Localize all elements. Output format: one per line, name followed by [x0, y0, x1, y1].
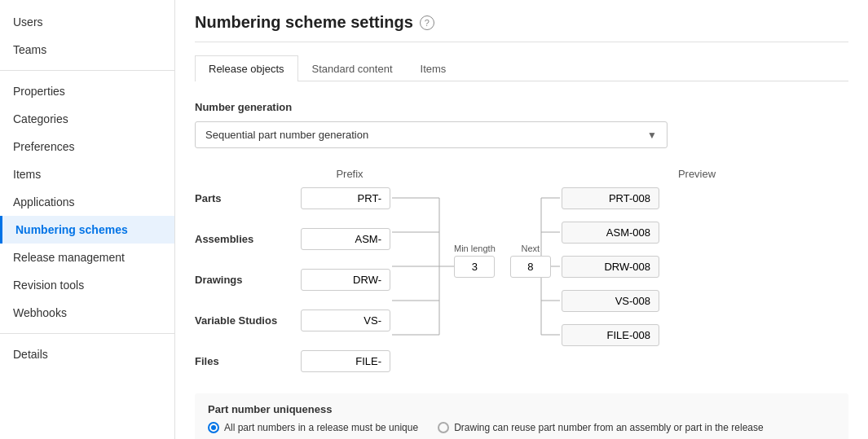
sidebar-item-items[interactable]: Items [0, 160, 174, 188]
radio-row: All part numbers in a release must be un… [208, 422, 835, 433]
sidebar-item-release-management[interactable]: Release management [0, 244, 174, 271]
sidebar-item-users[interactable]: Users [0, 8, 174, 36]
row-assemblies: Assemblies [195, 226, 390, 252]
variable-studios-preview-row [562, 288, 659, 314]
sidebar-divider-2 [0, 333, 174, 334]
row-variable-studios: Variable Studios [195, 307, 390, 333]
uniqueness-section: Part number uniqueness All part numbers … [195, 393, 848, 439]
preview-header: Preview [578, 168, 848, 180]
dropdown-wrapper: Sequential part number generation ▼ [195, 121, 848, 148]
min-length-box: Min length [454, 244, 496, 278]
min-length-input[interactable] [454, 256, 495, 278]
files-prefix-input[interactable] [301, 350, 390, 372]
parts-label: Parts [195, 192, 301, 204]
left-col: Parts Assemblies Drawings Variable Studi… [195, 185, 390, 380]
drawings-preview-input[interactable] [562, 256, 659, 278]
files-label: Files [195, 355, 301, 367]
parts-prefix-input[interactable] [301, 187, 390, 209]
assemblies-prefix-input[interactable] [301, 228, 390, 250]
sidebar-item-applications[interactable]: Applications [0, 188, 174, 216]
tab-items[interactable]: Items [407, 55, 460, 81]
scheme-body: Parts Assemblies Drawings Variable Studi… [195, 185, 848, 380]
assemblies-label: Assemblies [195, 233, 301, 245]
tab-standard-content[interactable]: Standard content [298, 55, 407, 81]
next-input[interactable] [510, 256, 551, 278]
prefix-header: Prefix [301, 168, 399, 180]
min-length-label: Min length [454, 244, 496, 253]
scheme-headers: Prefix Preview [301, 168, 848, 180]
number-generation-label: Number generation [195, 101, 848, 113]
uniqueness-title: Part number uniqueness [208, 403, 835, 415]
sidebar-divider-1 [0, 70, 174, 71]
center-boxes: Min length Next [454, 244, 551, 278]
sidebar: Users Teams Properties Categories Prefer… [0, 0, 175, 439]
parts-preview-input[interactable] [562, 187, 659, 209]
right-col [562, 185, 659, 380]
page-title: Numbering scheme settings [195, 13, 413, 32]
radio-unique[interactable]: All part numbers in a release must be un… [208, 422, 418, 433]
next-label: Next [521, 244, 540, 253]
main-content: Numbering scheme settings ? Release obje… [175, 0, 868, 439]
scheme-container: Prefix Preview Parts Assemblies Drawings [195, 168, 848, 380]
sidebar-item-teams[interactable]: Teams [0, 36, 174, 64]
drawings-label: Drawings [195, 274, 301, 286]
help-icon[interactable]: ? [420, 15, 434, 30]
sidebar-item-webhooks[interactable]: Webhooks [0, 299, 174, 327]
radio-unique-label: All part numbers in a release must be un… [224, 422, 418, 433]
sidebar-item-properties[interactable]: Properties [0, 77, 174, 105]
variable-studios-label: Variable Studios [195, 314, 301, 327]
parts-preview-row [562, 185, 659, 211]
sidebar-item-categories[interactable]: Categories [0, 105, 174, 133]
variable-studios-preview-input[interactable] [562, 290, 659, 312]
assemblies-preview-input[interactable] [562, 222, 659, 244]
page-title-row: Numbering scheme settings ? [195, 13, 848, 42]
next-box: Next [510, 244, 551, 278]
tab-release-objects[interactable]: Release objects [195, 55, 298, 81]
row-parts: Parts [195, 185, 390, 211]
assemblies-preview-row [562, 219, 659, 245]
dropdown-value: Sequential part number generation [205, 129, 368, 141]
radio-unique-dot [208, 422, 219, 433]
radio-reuse-label: Drawing can reuse part number from an as… [454, 422, 764, 433]
radio-reuse[interactable]: Drawing can reuse part number from an as… [438, 422, 764, 433]
row-files: Files [195, 348, 390, 374]
radio-reuse-dot [438, 422, 449, 433]
drawings-prefix-input[interactable] [301, 269, 390, 291]
tabs: Release objects Standard content Items [195, 55, 848, 81]
files-preview-row [562, 322, 659, 348]
files-preview-input[interactable] [562, 324, 659, 346]
number-generation-dropdown[interactable]: Sequential part number generation ▼ [195, 121, 668, 148]
sidebar-item-preferences[interactable]: Preferences [0, 133, 174, 160]
sidebar-item-numbering-schemes[interactable]: Numbering schemes [0, 216, 174, 244]
sidebar-item-revision-tools[interactable]: Revision tools [0, 271, 174, 299]
sidebar-item-details[interactable]: Details [0, 340, 174, 368]
row-drawings: Drawings [195, 266, 390, 292]
connector-area: Min length Next [390, 185, 562, 380]
variable-studios-prefix-input[interactable] [301, 309, 390, 331]
dropdown-arrow-icon: ▼ [647, 130, 657, 141]
drawings-preview-row [562, 253, 659, 279]
